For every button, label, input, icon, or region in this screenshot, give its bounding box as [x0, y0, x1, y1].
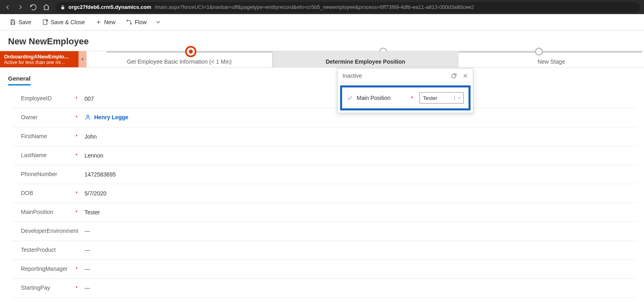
field-value[interactable]: 5/7/2020 [80, 188, 637, 199]
bpf-stage-flyout: Inactive Main Position * Tester [337, 68, 473, 113]
form-field-row: DeveloperEnvironment--- [12, 222, 637, 241]
field-label: TesterProduct [12, 244, 72, 256]
required-marker: * [72, 191, 80, 196]
tab-general[interactable]: General [8, 73, 31, 85]
save-close-label: Save & Close [51, 19, 85, 25]
required-marker: * [72, 115, 80, 120]
field-value[interactable]: --- [80, 264, 637, 275]
select-value: Tester [420, 95, 454, 101]
form-field-row: PhoneNumber1472583695 [12, 165, 637, 184]
form-field-row: StartingPay*--- [12, 279, 637, 298]
lock-icon [60, 5, 65, 10]
flyout-field-label: Main Position [357, 95, 407, 101]
url-domain: orgc27fdeb6.crm5.dynamics.com [68, 4, 151, 10]
field-label: PhoneNumber [12, 168, 72, 181]
chevron-down-icon[interactable] [454, 95, 463, 100]
main-position-select[interactable]: Tester [419, 92, 464, 104]
form-field-row: EmployeeID*007 [12, 89, 637, 108]
bpf-status-pill[interactable]: OnboardingANewEmplo... Active for less t… [0, 51, 78, 67]
bpf-stage-1[interactable]: Get Employee Basic Information (< 1 Min) [87, 51, 272, 67]
field-label: MainPosition [12, 206, 72, 218]
required-marker: * [72, 153, 80, 158]
field-value[interactable]: John [80, 131, 637, 142]
svg-point-3 [130, 23, 132, 25]
flow-label: Flow [135, 19, 147, 25]
form-body: EmployeeID*007Owner*Henry LeggeFirstName… [0, 85, 644, 298]
field-label: DOB [12, 187, 72, 199]
save-label: Save [19, 19, 31, 25]
chevron-left-icon [80, 57, 85, 62]
nav-back-icon[interactable] [4, 4, 11, 11]
person-icon [85, 114, 91, 120]
form-field-row: LastName*Lennon [12, 146, 637, 165]
new-button[interactable]: New [91, 17, 120, 28]
svg-point-2 [127, 20, 128, 21]
field-label: StartingPay [12, 282, 72, 294]
command-bar: Save Save & Close New Flow [0, 14, 644, 31]
browser-chrome: orgc27fdeb6.crm5.dynamics.com/main.aspx?… [0, 0, 644, 14]
required-marker: * [72, 285, 80, 291]
close-icon[interactable] [462, 73, 468, 79]
field-label: LastName [12, 149, 72, 162]
field-label: EmployeeID [12, 93, 72, 105]
save-button[interactable]: Save [6, 17, 35, 28]
url-path: /main.aspx?forceUCI=1&navbar=off&pagetyp… [155, 4, 474, 10]
chevron-down-icon [155, 19, 161, 25]
nav-forward-icon[interactable] [17, 4, 24, 11]
flyout-status: Inactive [343, 73, 362, 79]
form-tabs: General [0, 68, 644, 85]
bpf-collapse-button[interactable] [78, 51, 87, 67]
field-value[interactable]: Tester [80, 207, 637, 218]
page-header: New NewEmployee [0, 31, 644, 51]
new-label: New [104, 19, 116, 25]
flow-button[interactable]: Flow [122, 17, 151, 28]
form-field-row: DOB*5/7/2020 [12, 184, 637, 203]
form-field-row: Owner*Henry Legge [12, 108, 637, 127]
plus-icon [95, 19, 102, 25]
flyout-field-highlight: Main Position * Tester [340, 85, 471, 110]
form-field-row: MainPosition*Tester [12, 203, 637, 222]
address-bar[interactable]: orgc27fdeb6.crm5.dynamics.com/main.aspx?… [56, 2, 640, 12]
field-label: Owner [12, 112, 72, 124]
form-field-row: ReportingManager*--- [12, 260, 637, 279]
business-process-flow: OnboardingANewEmplo... Active for less t… [0, 51, 644, 68]
field-value[interactable]: --- [80, 282, 637, 294]
save-close-button[interactable]: Save & Close [38, 17, 89, 28]
field-value[interactable]: --- [80, 245, 637, 256]
required-marker: * [72, 266, 80, 272]
home-icon[interactable] [43, 4, 50, 11]
popout-icon[interactable] [451, 73, 457, 79]
field-label: DeveloperEnvironment [12, 225, 72, 237]
bpf-status-subtitle: Active for less than one mi... [4, 60, 74, 65]
save-close-icon [42, 19, 48, 25]
field-value[interactable]: Henry Legge [80, 112, 637, 124]
field-value[interactable]: Lennon [80, 150, 637, 161]
field-label: FirstName [12, 131, 72, 143]
field-value[interactable]: --- [80, 226, 637, 237]
field-label: ReportingManager [12, 263, 72, 275]
bpf-status-title: OnboardingANewEmplo... [4, 54, 74, 60]
flow-icon [126, 19, 132, 25]
check-icon [347, 95, 353, 101]
page-title: New NewEmployee [8, 36, 636, 47]
refresh-icon[interactable] [30, 4, 37, 11]
bpf-stage-2[interactable]: Determine Employee Position [272, 51, 459, 67]
required-marker: * [72, 96, 80, 102]
save-icon [10, 19, 16, 25]
field-value[interactable]: 1472583695 [80, 169, 637, 180]
owner-lookup[interactable]: Henry Legge [85, 114, 128, 120]
svg-rect-4 [452, 75, 455, 78]
form-field-row: TesterProduct--- [12, 241, 637, 260]
flow-chevron[interactable] [153, 17, 163, 27]
svg-point-7 [87, 115, 89, 117]
required-marker: * [72, 134, 80, 139]
required-asterisk: * [411, 95, 413, 101]
bpf-stage-3[interactable]: New Stage [458, 51, 644, 67]
required-marker: * [72, 210, 80, 215]
form-field-row: FirstName*John [12, 127, 637, 146]
